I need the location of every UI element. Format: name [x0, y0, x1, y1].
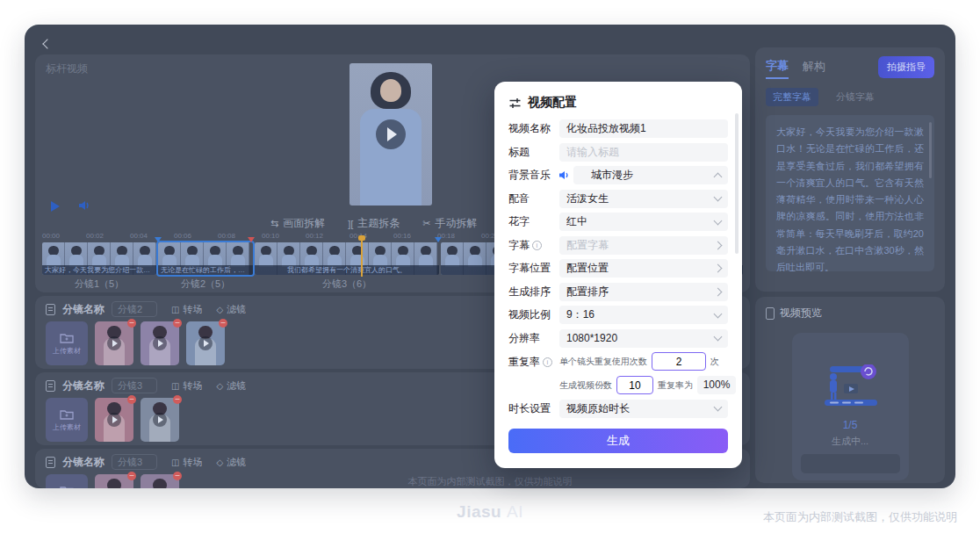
- subtab-shot-caption[interactable]: 分镜字幕: [829, 88, 882, 106]
- play-icon[interactable]: [51, 201, 60, 212]
- ruler-tick: 00:16: [393, 232, 411, 240]
- ruler-tick: 00:00: [42, 232, 60, 240]
- clip-thumbnail[interactable]: –: [141, 398, 179, 442]
- filter-button[interactable]: ◇滤镜: [216, 303, 246, 316]
- generation-progress: 1/5: [843, 419, 858, 431]
- filter-button[interactable]: ◇滤镜: [216, 456, 246, 469]
- transition-button[interactable]: ◫转场: [171, 379, 202, 393]
- video-preview[interactable]: [349, 63, 432, 206]
- split-marker-end-icon[interactable]: [248, 237, 255, 242]
- shot-name-input[interactable]: [112, 378, 157, 393]
- resolution-select[interactable]: 1080*1920: [559, 329, 728, 348]
- chevron-down-icon: [714, 333, 723, 342]
- clip-item: –4sA2: [141, 398, 179, 445]
- shot-name-input[interactable]: [112, 301, 157, 317]
- clip-play-icon[interactable]: [107, 336, 121, 350]
- info-icon: i: [543, 357, 552, 367]
- presenter-face: [380, 79, 401, 102]
- toolbar-topic-split-button[interactable]: ][主题拆条: [348, 216, 400, 231]
- volume-icon[interactable]: [79, 198, 91, 214]
- toolbar-manual-split-button[interactable]: ✂手动拆解: [422, 216, 477, 231]
- upload-material-button[interactable]: 上传素材: [46, 321, 88, 365]
- shooting-guide-button[interactable]: 拍摄指导: [878, 56, 934, 78]
- video-config-modal: 视频配置 视频名称 标题 背景音乐 城市漫步 配音 活泼女生: [494, 82, 742, 468]
- speaker-icon[interactable]: [559, 168, 570, 184]
- split-marker-start-icon[interactable]: [155, 237, 162, 242]
- subtab-full-caption[interactable]: 完整字幕: [766, 88, 818, 106]
- clip-delete-icon[interactable]: –: [127, 395, 136, 404]
- clip-play-icon[interactable]: [198, 336, 213, 350]
- voice-select[interactable]: 活泼女生: [559, 190, 728, 208]
- subtitle-config-link[interactable]: 配置字幕: [559, 236, 728, 255]
- split-marker-icon[interactable]: [435, 237, 442, 242]
- tab-deconstruct[interactable]: 解构: [803, 59, 825, 78]
- clip-delete-icon[interactable]: –: [219, 319, 227, 328]
- clip-thumbnail[interactable]: –: [95, 321, 133, 365]
- subtitle-label: 字幕i: [508, 238, 559, 253]
- modal-scrollbar[interactable]: [735, 113, 739, 254]
- timeline-segment[interactable]: 大家好，今天我要为您介绍一款漱口水！: [42, 242, 156, 275]
- timeline-segment[interactable]: 我们都希望拥有一个清爽宜人的口气。: [255, 242, 439, 275]
- app-window: 标杆视频 ⇆画面拆解 ][主题拆条 ✂手动拆解 ⌫删除拆分点 ↻: [25, 25, 955, 488]
- video-name-field[interactable]: [559, 119, 728, 138]
- clip-delete-icon[interactable]: –: [173, 395, 182, 404]
- footer-note: 本页面为内部测试截图，仅供功能说明: [763, 509, 957, 525]
- shot-name-input[interactable]: [112, 454, 157, 470]
- resolution-label: 分辨率: [508, 331, 559, 346]
- play-overlay-icon[interactable]: [376, 119, 406, 149]
- clip-delete-icon[interactable]: –: [127, 319, 136, 328]
- caption-scrollbar[interactable]: [929, 122, 932, 178]
- voice-label: 配音: [508, 191, 559, 206]
- shot-name-icon: [46, 457, 55, 468]
- fancy-text-label: 花字: [508, 214, 559, 229]
- phone-icon: [766, 307, 775, 320]
- copies-input[interactable]: [616, 376, 653, 394]
- clip-play-icon[interactable]: [153, 413, 167, 427]
- clip-play-icon[interactable]: [107, 413, 121, 427]
- clip-duration: 3s: [96, 443, 103, 445]
- clip-item: –4sA2: [141, 321, 179, 369]
- subtitle-pos-link[interactable]: 配置位置: [559, 259, 728, 278]
- clip-thumbnail[interactable]: –: [141, 321, 179, 365]
- generate-button[interactable]: 生成: [508, 429, 728, 453]
- modal-title-row: 视频配置: [508, 95, 728, 111]
- chevron-right-icon: [714, 287, 723, 296]
- clip-play-icon[interactable]: [153, 336, 167, 350]
- benchmark-video-label: 标杆视频: [46, 61, 88, 76]
- split-frame-icon: ⇆: [270, 218, 278, 229]
- upload-material-button[interactable]: 上传素材: [46, 398, 88, 442]
- filter-icon: ◇: [216, 305, 223, 314]
- subtitle-pos-label: 字幕位置: [508, 261, 559, 276]
- shot-name-icon: [46, 380, 55, 392]
- repeat-count-input[interactable]: [652, 352, 706, 371]
- back-button[interactable]: [40, 35, 56, 51]
- shot-row-title: 分镜名称: [62, 455, 104, 470]
- transition-button[interactable]: ◫转场: [171, 456, 202, 469]
- config-sliders-icon: [508, 97, 522, 110]
- ratio-select[interactable]: 9：16: [559, 306, 728, 324]
- preview-title: 视频预览: [780, 306, 822, 321]
- video-name-input[interactable]: [566, 123, 721, 135]
- clip-duration: 10s: [187, 367, 198, 369]
- clip-thumbnail[interactable]: –: [95, 398, 133, 442]
- tab-subtitle[interactable]: 字幕: [766, 58, 789, 79]
- gen-order-link[interactable]: 配置排序: [559, 283, 728, 301]
- duration-select[interactable]: 视频原始时长: [559, 400, 728, 418]
- transition-button[interactable]: ◫转场: [171, 303, 202, 316]
- clip-item: –10sA3: [186, 321, 225, 369]
- filter-button[interactable]: ◇滤镜: [216, 379, 246, 393]
- toolbar-split-frame-button[interactable]: ⇆画面拆解: [270, 216, 325, 231]
- upload-label: 上传素材: [53, 346, 81, 356]
- clip-thumbnail[interactable]: –: [186, 321, 225, 365]
- generation-status: 生成中...: [832, 435, 868, 448]
- upload-label: 上传素材: [53, 422, 81, 432]
- timeline-segment[interactable]: 无论是在忙碌的工作后，还是享受美食过后。: [158, 242, 253, 275]
- bgm-select[interactable]: 城市漫步: [573, 166, 728, 184]
- title-input[interactable]: [566, 146, 721, 158]
- title-field[interactable]: [559, 143, 728, 162]
- transition-icon: ◫: [171, 458, 179, 467]
- clip-delete-icon[interactable]: –: [173, 319, 182, 328]
- playhead[interactable]: [361, 239, 363, 277]
- clip-meta: 3sA1: [95, 442, 133, 445]
- fancy-text-select[interactable]: 红中: [559, 213, 728, 231]
